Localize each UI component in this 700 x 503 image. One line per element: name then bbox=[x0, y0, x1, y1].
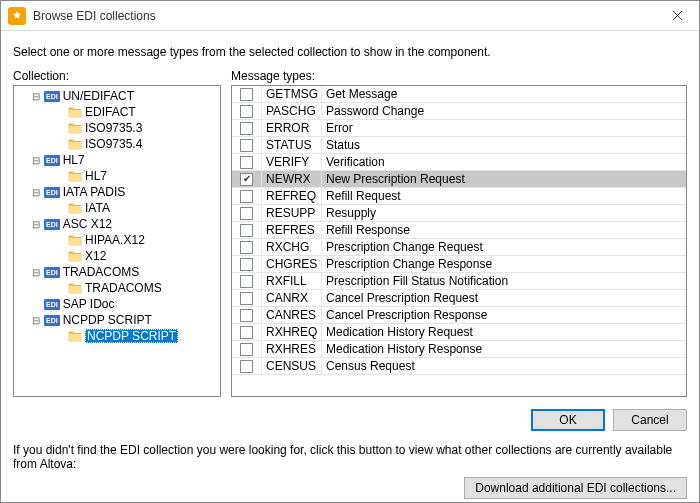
message-row[interactable]: CANRESCancel Prescription Response bbox=[232, 307, 686, 324]
message-checkbox[interactable] bbox=[240, 190, 253, 203]
folder-icon bbox=[68, 330, 82, 342]
message-checkbox[interactable] bbox=[240, 275, 253, 288]
message-checkbox[interactable] bbox=[240, 105, 253, 118]
tree-toggle-icon bbox=[54, 251, 65, 262]
tree-toggle-icon[interactable]: ⊟ bbox=[30, 187, 41, 198]
message-checkbox[interactable] bbox=[240, 241, 253, 254]
folder-icon bbox=[68, 282, 82, 294]
tree-toggle-icon[interactable]: ⊟ bbox=[30, 315, 41, 326]
message-row[interactable]: CANRXCancel Prescription Request bbox=[232, 290, 686, 307]
message-row[interactable]: PASCHGPassword Change bbox=[232, 103, 686, 120]
message-description: Verification bbox=[322, 154, 686, 171]
message-row[interactable]: NEWRXNew Prescription Request bbox=[232, 171, 686, 188]
message-code: RXHRES bbox=[262, 341, 322, 358]
tree-item-label: HL7 bbox=[63, 153, 85, 167]
message-checkbox[interactable] bbox=[240, 343, 253, 356]
edi-icon: EDI bbox=[44, 315, 60, 326]
tree-item[interactable]: IATA bbox=[14, 200, 220, 216]
download-collections-button[interactable]: Download additional EDI collections... bbox=[464, 477, 687, 499]
dialog-title: Browse EDI collections bbox=[33, 9, 655, 23]
message-checkbox[interactable] bbox=[240, 292, 253, 305]
message-description: Error bbox=[322, 120, 686, 137]
tree-item[interactable]: ⊟EDITRADACOMS bbox=[14, 264, 220, 280]
message-row[interactable]: RESUPPResupply bbox=[232, 205, 686, 222]
cancel-button[interactable]: Cancel bbox=[613, 409, 687, 431]
message-description: Cancel Prescription Response bbox=[322, 307, 686, 324]
message-description: Get Message bbox=[322, 86, 686, 103]
intro-text: Select one or more message types from th… bbox=[13, 45, 687, 59]
tree-item[interactable]: ⊟EDIIATA PADIS bbox=[14, 184, 220, 200]
tree-toggle-icon bbox=[30, 299, 41, 310]
message-checkbox[interactable] bbox=[240, 326, 253, 339]
footer-text: If you didn't find the EDI collection yo… bbox=[13, 443, 687, 471]
message-row[interactable]: RXHRESMedication History Response bbox=[232, 341, 686, 358]
message-code: RESUPP bbox=[262, 205, 322, 222]
tree-item[interactable]: ⊟EDIHL7 bbox=[14, 152, 220, 168]
message-row[interactable]: RXCHGPrescription Change Request bbox=[232, 239, 686, 256]
tree-toggle-icon bbox=[54, 283, 65, 294]
tree-item[interactable]: EDIFACT bbox=[14, 104, 220, 120]
tree-toggle-icon[interactable]: ⊟ bbox=[30, 91, 41, 102]
tree-item[interactable]: EDISAP IDoc bbox=[14, 296, 220, 312]
tree-toggle-icon[interactable]: ⊟ bbox=[30, 155, 41, 166]
message-description: Resupply bbox=[322, 205, 686, 222]
message-checkbox[interactable] bbox=[240, 173, 253, 186]
message-checkbox[interactable] bbox=[240, 122, 253, 135]
tree-toggle-icon[interactable]: ⊟ bbox=[30, 267, 41, 278]
close-button[interactable] bbox=[655, 1, 699, 31]
edi-icon: EDI bbox=[44, 219, 60, 230]
edi-icon: EDI bbox=[44, 267, 60, 278]
message-description: New Prescription Request bbox=[322, 171, 686, 188]
message-checkbox[interactable] bbox=[240, 139, 253, 152]
edi-icon: EDI bbox=[44, 299, 60, 310]
tree-item[interactable]: TRADACOMS bbox=[14, 280, 220, 296]
message-row[interactable]: RXHREQMedication History Request bbox=[232, 324, 686, 341]
tree-item[interactable]: NCPDP SCRIPT bbox=[14, 328, 220, 344]
ok-button[interactable]: OK bbox=[531, 409, 605, 431]
collection-label: Collection: bbox=[13, 69, 221, 83]
message-description: Prescription Change Response bbox=[322, 256, 686, 273]
message-code: CANRES bbox=[262, 307, 322, 324]
message-code: ERROR bbox=[262, 120, 322, 137]
message-checkbox[interactable] bbox=[240, 88, 253, 101]
message-code: CHGRES bbox=[262, 256, 322, 273]
tree-item-label: SAP IDoc bbox=[63, 297, 115, 311]
message-description: Refill Response bbox=[322, 222, 686, 239]
folder-icon bbox=[68, 234, 82, 246]
tree-item-label: HL7 bbox=[85, 169, 107, 183]
tree-item-label: ASC X12 bbox=[63, 217, 112, 231]
message-row[interactable]: CENSUSCensus Request bbox=[232, 358, 686, 375]
tree-item[interactable]: ⊟EDINCPDP SCRIPT bbox=[14, 312, 220, 328]
message-row[interactable]: CHGRESPrescription Change Response bbox=[232, 256, 686, 273]
message-types-list[interactable]: GETMSGGet MessagePASCHGPassword ChangeER… bbox=[231, 85, 687, 397]
message-checkbox[interactable] bbox=[240, 224, 253, 237]
tree-item[interactable]: HL7 bbox=[14, 168, 220, 184]
tree-item[interactable]: X12 bbox=[14, 248, 220, 264]
tree-item[interactable]: ISO9735.4 bbox=[14, 136, 220, 152]
tree-item[interactable]: ⊟EDIASC X12 bbox=[14, 216, 220, 232]
message-checkbox[interactable] bbox=[240, 156, 253, 169]
tree-item-label: UN/EDIFACT bbox=[63, 89, 134, 103]
message-row[interactable]: ERRORError bbox=[232, 120, 686, 137]
tree-item-label: NCPDP SCRIPT bbox=[85, 329, 178, 343]
tree-item[interactable]: ⊟EDIUN/EDIFACT bbox=[14, 88, 220, 104]
tree-item[interactable]: ISO9735.3 bbox=[14, 120, 220, 136]
message-code: RXHREQ bbox=[262, 324, 322, 341]
message-description: Prescription Change Request bbox=[322, 239, 686, 256]
message-row[interactable]: STATUSStatus bbox=[232, 137, 686, 154]
message-checkbox[interactable] bbox=[240, 360, 253, 373]
tree-item-label: X12 bbox=[85, 249, 106, 263]
tree-item-label: EDIFACT bbox=[85, 105, 136, 119]
message-row[interactable]: VERIFYVerification bbox=[232, 154, 686, 171]
tree-item[interactable]: HIPAA.X12 bbox=[14, 232, 220, 248]
tree-toggle-icon[interactable]: ⊟ bbox=[30, 219, 41, 230]
message-row[interactable]: GETMSGGet Message bbox=[232, 86, 686, 103]
collection-tree[interactable]: ⊟EDIUN/EDIFACTEDIFACTISO9735.3ISO9735.4⊟… bbox=[13, 85, 221, 397]
message-row[interactable]: REFREQRefill Request bbox=[232, 188, 686, 205]
edi-icon: EDI bbox=[44, 187, 60, 198]
message-row[interactable]: RXFILLPrescription Fill Status Notificat… bbox=[232, 273, 686, 290]
message-checkbox[interactable] bbox=[240, 258, 253, 271]
message-checkbox[interactable] bbox=[240, 309, 253, 322]
message-checkbox[interactable] bbox=[240, 207, 253, 220]
message-row[interactable]: REFRESRefill Response bbox=[232, 222, 686, 239]
